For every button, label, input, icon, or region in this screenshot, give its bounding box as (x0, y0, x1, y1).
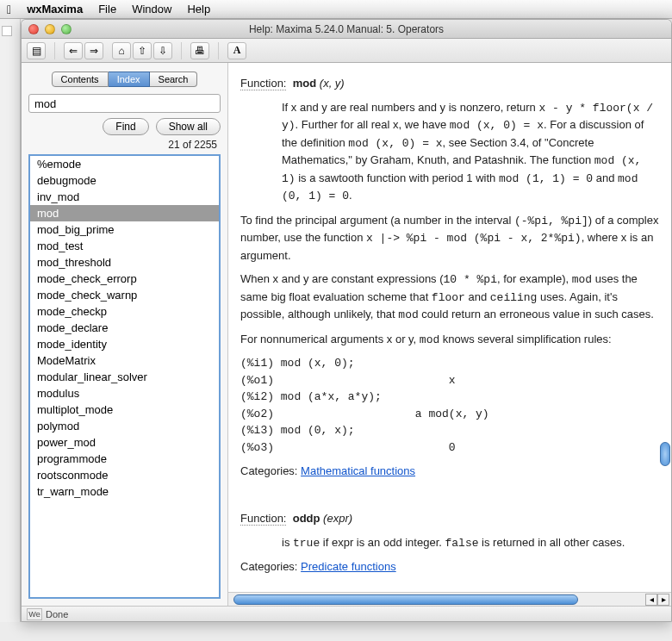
result-count: 21 of 2255 (25, 139, 224, 154)
index-item[interactable]: mod_threshold (30, 254, 219, 271)
index-item[interactable]: mode_declare (30, 320, 219, 336)
back-button[interactable]: ⇐ (64, 42, 83, 59)
code: 10 * %pi (444, 273, 497, 286)
vertical-scroll-thumb[interactable] (660, 442, 670, 466)
mod-description-2: To find the principal argument (a number… (240, 212, 659, 264)
text: if expr is an odd integer. (320, 536, 445, 549)
text: , for example), (497, 272, 572, 285)
text: is returned in all other cases. (479, 536, 625, 549)
index-item[interactable]: mod_big_prime (30, 221, 219, 238)
scroll-right-icon[interactable]: ▸ (657, 594, 669, 606)
index-item[interactable]: mode_identity (30, 336, 219, 352)
down-button[interactable]: ⇩ (153, 42, 172, 59)
sidebar: Contents Index Search Find Show all 21 o… (22, 63, 228, 606)
menubar-appname[interactable]: wxMaxima (27, 3, 83, 16)
function-name-mod: mod (293, 77, 316, 90)
code: false (445, 537, 478, 550)
oddp-description: is true if expr is an odd integer. false… (282, 534, 659, 552)
font-button[interactable]: A (227, 42, 246, 59)
find-button[interactable]: Find (103, 118, 148, 135)
help-content[interactable]: Function: mod (x, y) If x and y are real… (228, 63, 671, 592)
categories-1: Categories: Mathematical functions (240, 463, 659, 480)
index-item[interactable]: multiplot_mode (30, 401, 219, 418)
horizontal-scrollbar[interactable]: ◂ ▸ (228, 592, 671, 606)
tab-index[interactable]: Index (109, 72, 150, 87)
menu-window[interactable]: Window (132, 3, 171, 16)
main-split: Contents Index Search Find Show all 21 o… (22, 63, 671, 606)
minimize-button[interactable] (45, 24, 55, 34)
index-search-input[interactable] (28, 94, 221, 113)
index-item[interactable]: polymod (30, 418, 219, 434)
menubar:  wxMaxima File Window Help (0, 0, 672, 19)
index-item[interactable]: mod (30, 205, 219, 221)
window-title: Help: Maxima 5.24.0 Manual: 5. Operators (22, 23, 671, 35)
text: . Further for all real x, we have (296, 118, 450, 131)
code: mod (420, 333, 439, 346)
code: floor (432, 291, 465, 304)
link-math-functions[interactable]: Mathematical functions (301, 464, 415, 477)
mod-description-3: When x and y are constant expressions (1… (240, 271, 659, 324)
tab-search[interactable]: Search (150, 72, 198, 87)
code: mod (398, 308, 418, 321)
toolbar-separator (54, 42, 55, 59)
apple-logo-icon[interactable]:  (7, 3, 11, 16)
index-list[interactable]: %emodedebugmodeinv_modmodmod_big_primemo… (28, 154, 221, 599)
code: ceiling (490, 291, 538, 304)
function-sig-oddp: (expr) (323, 512, 352, 525)
toolbar-separator (218, 42, 219, 59)
text: For nonnumerical arguments x or y, (240, 333, 420, 345)
forward-button[interactable]: ⇒ (84, 42, 103, 59)
titlebar[interactable]: Help: Maxima 5.24.0 Manual: 5. Operators (22, 20, 671, 39)
up-button[interactable]: ⇧ (133, 42, 152, 59)
code: mod (1, 1) = 0 (499, 172, 593, 185)
index-item[interactable]: ModeMatrix (30, 352, 219, 369)
link-predicate-functions[interactable]: Predicate functions (301, 560, 396, 573)
tab-contents[interactable]: Contents (52, 72, 109, 87)
index-item[interactable]: debugmode (30, 172, 219, 189)
text: and (593, 171, 618, 184)
index-item[interactable]: power_mod (30, 434, 219, 451)
text: and (465, 290, 490, 303)
index-item[interactable]: mode_check_errorp (30, 271, 219, 287)
text: is (282, 536, 293, 549)
statusbar: We Done (22, 606, 671, 621)
mod-description-1: If x and y are real numbers and y is non… (282, 99, 659, 205)
categories-label: Categories: (240, 560, 301, 573)
text: knows several simplification rules: (439, 333, 611, 345)
code: true (293, 537, 320, 550)
horizontal-scroll-thumb[interactable] (233, 594, 578, 605)
mod-description-4: For nonnumerical arguments x or y, mod k… (240, 331, 659, 349)
text: is a sawtooth function with period 1 wit… (296, 171, 499, 184)
categories-label: Categories: (240, 464, 301, 477)
print-button[interactable]: 🖶 (190, 42, 209, 59)
index-item[interactable]: rootsconmode (30, 467, 219, 483)
showall-button[interactable]: Show all (156, 118, 221, 135)
menu-help[interactable]: Help (187, 3, 210, 16)
index-item[interactable]: tr_warn_mode (30, 483, 219, 500)
index-item[interactable]: mode_checkp (30, 303, 219, 320)
code: mod (572, 273, 592, 286)
scroll-left-icon[interactable]: ◂ (645, 594, 657, 606)
function-label: Function: (240, 512, 286, 526)
index-item[interactable]: mod_test (30, 238, 219, 254)
mod-example-code: (%i1) mod (x, 0); (%o1) x (%i2) mod (a*x… (240, 355, 659, 456)
text: To find the principal argument (a number… (240, 214, 514, 227)
function-sig-mod: (x, y) (320, 77, 345, 90)
status-badge: We (27, 608, 42, 620)
home-button[interactable]: ⌂ (112, 42, 131, 59)
index-item[interactable]: %emode (30, 156, 219, 172)
zoom-button[interactable] (61, 24, 72, 34)
index-item[interactable]: mode_check_warnp (30, 287, 219, 303)
help-window: Help: Maxima 5.24.0 Manual: 5. Operators… (21, 19, 672, 622)
function-name-oddp: oddp (293, 512, 320, 525)
index-item[interactable]: modulus (30, 385, 219, 401)
sidebar-toggle-icon[interactable]: ▤ (27, 42, 46, 59)
index-item[interactable]: programmode (30, 451, 219, 467)
text: If x and y are real numbers and y is non… (282, 101, 538, 114)
close-button[interactable] (28, 24, 39, 34)
index-item[interactable]: inv_mod (30, 189, 219, 205)
index-item[interactable]: modular_linear_solver (30, 369, 219, 385)
traffic-lights (22, 24, 72, 34)
menu-file[interactable]: File (98, 3, 116, 16)
text: When x and y are constant expressions ( (240, 272, 444, 285)
